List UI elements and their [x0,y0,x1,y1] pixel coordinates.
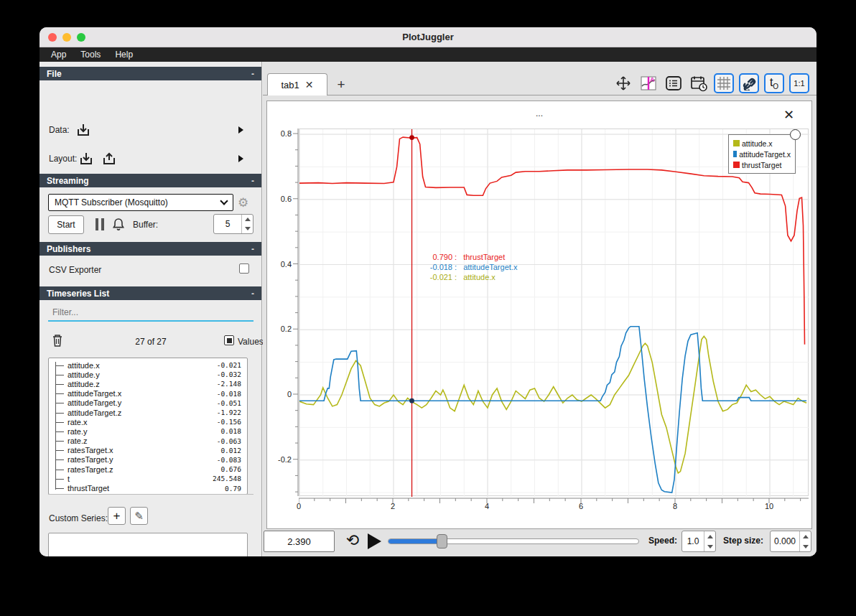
legend-entry[interactable]: attitudeTarget.x [733,149,791,159]
tree-branch-icon [55,384,64,385]
x-tick-label: 2 [378,502,407,510]
slider-handle[interactable] [437,534,447,549]
menu-tools[interactable]: Tools [75,49,106,60]
tree-branch-icon [55,422,64,423]
buffer-spinner[interactable]: 5 [213,214,253,234]
y-tick-label: 0 [267,390,292,398]
list-item[interactable]: rate.x-0.156 [49,417,247,426]
tabstrip: tab1 ✕ + A [263,72,817,95]
tooltip-line: -0.018 : attitudeTarget.x [415,262,517,272]
streaming-source-select[interactable]: MQTT Subscriber (Mosquitto) [48,194,233,211]
app-window: PlotJuggler App Tools Help File- Data: L… [39,27,817,556]
x-axis [299,498,809,505]
list-item[interactable]: attitude.y-0.032 [49,370,247,379]
list-item[interactable]: attitude.z-2.148 [49,379,247,388]
ratio-1-1-icon[interactable]: 1:1 [789,73,809,93]
timeline-slider[interactable] [388,538,639,544]
list-item[interactable]: t245.548 [49,474,247,483]
legend-color-chip [733,162,740,168]
y-tick-label: -0.2 [267,455,292,464]
list-item[interactable]: rate.y0.018 [49,426,247,436]
section-file[interactable]: File- [39,67,261,80]
tooltip-line: -0.021 : attitude.x [415,272,517,282]
start-button[interactable]: Start [48,215,84,234]
plot-canvas[interactable] [299,129,809,496]
pause-icon[interactable] [96,218,104,230]
section-streaming[interactable]: Streaming- [39,174,261,187]
list-item[interactable]: thrustTarget0.79 [49,483,247,493]
loop-icon[interactable]: ⟲ [343,531,362,550]
tracker-dot [409,135,414,140]
edit-custom-series-button[interactable]: ✎ [130,507,148,525]
values-label: Values [238,337,264,347]
section-publishers[interactable]: Publishers- [39,242,261,256]
x-tick-label: 6 [567,502,595,510]
tracker-tooltip: 0.790 : thrustTarget-0.018 : attitudeTar… [415,252,517,282]
list-item[interactable]: rate.z-0.063 [49,437,247,446]
add-custom-series-button[interactable]: + [108,507,126,525]
collapse-icon[interactable]: - [251,289,254,299]
menu-help[interactable]: Help [109,49,139,60]
plot-close-icon[interactable]: ✕ [783,108,794,121]
gear-icon[interactable]: ⚙ [238,195,248,210]
x-tick-label: 0 [284,502,313,510]
section-timeseries-list[interactable]: Timeseries List- [39,286,261,300]
play-button[interactable] [368,533,381,549]
save-layout-icon[interactable] [101,151,117,167]
y-tick-label: 0.8 [267,129,292,138]
timeseries-listbox[interactable]: attitude.x-0.021attitude.y-0.032attitude… [48,358,248,495]
list-item[interactable]: ratesTarget.y-0.083 [49,455,247,465]
collapse-icon[interactable]: - [251,69,254,79]
add-tab-button[interactable]: + [332,76,350,93]
load-layout-icon[interactable] [78,151,94,167]
legend[interactable]: attitude.xattitudeTarget.xthrustTarget [728,134,796,174]
csv-exporter-checkbox[interactable] [239,263,249,274]
plot-toolbar: A tO [613,73,809,93]
load-data-icon[interactable] [75,122,91,138]
plot-title[interactable]: ... [267,108,811,118]
y-tick-label: 0.2 [267,325,292,333]
step-size-label: Step size: [723,536,763,546]
values-checkbox[interactable] [224,335,234,345]
list-item[interactable]: attitudeTarget.z-1.922 [49,408,247,417]
tab-tab1[interactable]: tab1 ✕ [267,73,327,95]
x-tick-label: 4 [473,502,501,510]
legend-color-chip [733,151,737,157]
list-item[interactable]: attitudeTarget.y-0.051 [49,398,247,408]
link-axes-icon[interactable] [739,73,759,93]
curve-tracker-icon[interactable]: A [638,73,659,93]
custom-series-listbox[interactable] [48,533,248,556]
list-item[interactable]: attitudeTarget.x-0.018 [49,389,247,398]
tree-branch-icon [55,375,64,375]
filter-input[interactable] [48,304,253,322]
notifications-bell-icon[interactable] [111,217,126,231]
menu-app[interactable]: App [45,49,72,60]
divider [48,494,253,495]
grid-layout-icon[interactable] [714,73,734,93]
legend-grip-icon[interactable] [790,129,801,140]
legend-entry[interactable]: attitude.x [733,138,791,149]
tree-branch-icon [55,441,64,442]
list-item[interactable]: ratesTarget.z0.676 [49,465,247,474]
tree-branch-icon [55,431,64,432]
list-item[interactable]: ratesTarget.x0.012 [49,446,247,455]
pan-zoom-icon[interactable] [613,73,633,93]
tab-close-icon[interactable]: ✕ [305,79,314,90]
datetime-options-icon[interactable] [689,73,709,93]
data-menu-arrow-icon[interactable] [238,126,243,134]
collapse-icon[interactable]: - [251,244,254,254]
data-label: Data: [49,125,70,135]
layout-menu-arrow-icon[interactable] [238,155,243,162]
layout-label: Layout: [49,154,77,164]
x-tick-label: 8 [661,502,689,510]
step-size-spinner[interactable]: 0.000 [770,531,811,552]
tracker-dot [409,398,414,403]
time-value-box[interactable]: 2.390 [264,531,335,552]
legend-entry[interactable]: thrustTarget [733,159,791,170]
list-item[interactable]: attitude.x-0.021 [49,360,247,370]
collapse-icon[interactable]: - [251,176,254,186]
time-offset-icon[interactable]: tO [764,73,784,93]
list-view-icon[interactable] [664,73,684,93]
speed-spinner[interactable]: 1.0 [681,531,716,552]
slider-fill [389,539,442,543]
